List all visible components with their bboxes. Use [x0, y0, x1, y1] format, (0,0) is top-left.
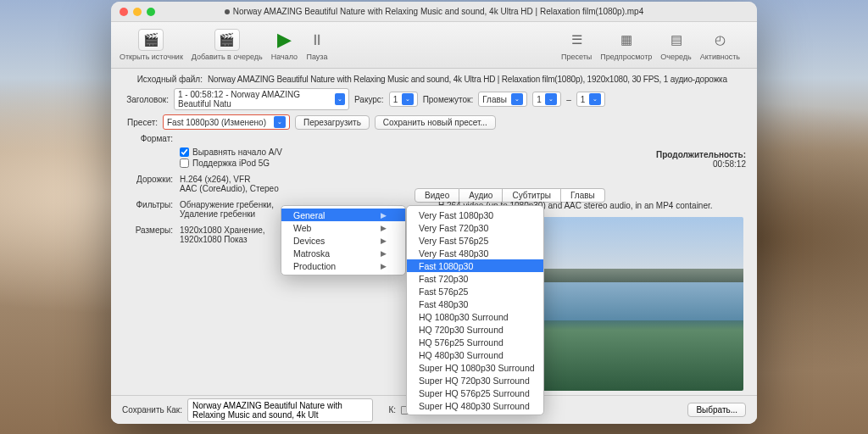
- range-type-select[interactable]: Главы⌄: [478, 92, 527, 107]
- preview-button[interactable]: ▦Предпросмотр: [600, 29, 652, 61]
- preset-item[interactable]: HQ 576p25 Surround: [407, 336, 543, 348]
- menu-item-production[interactable]: Production▶: [281, 259, 405, 272]
- preset-item[interactable]: Fast 576p25: [407, 285, 543, 298]
- activity-button[interactable]: ◴Активность: [700, 29, 740, 61]
- add-queue-button[interactable]: 🎬Добавить в очередь: [192, 29, 263, 61]
- duration-block: Продолжительность: 00:58:12: [656, 150, 746, 169]
- filters-label: Фильтры:: [122, 200, 173, 219]
- preset-item[interactable]: HQ 720p30 Surround: [407, 323, 543, 336]
- preset-item[interactable]: Super HQ 720p30 Surround: [407, 374, 543, 387]
- preset-item[interactable]: Super HQ 480p30 Surround: [407, 399, 543, 412]
- preset-item[interactable]: Super HQ 576p25 Surround: [407, 387, 543, 399]
- source-label: Исходный файл:: [122, 75, 203, 84]
- chevron-down-icon: ⌄: [511, 93, 523, 105]
- preset-item[interactable]: Very Fast 1080p30: [407, 209, 543, 221]
- save-preset-button[interactable]: Сохранить новый пресет...: [375, 115, 496, 130]
- pause-button[interactable]: ⏸Пауза: [306, 29, 328, 61]
- filters-value: Обнаружение гребенки, Удаление гребенки: [180, 200, 292, 219]
- preset-item[interactable]: Fast 720p30: [407, 272, 543, 285]
- tracks-value: H.264 (x264), VFR AAC (CoreAudio), Стере…: [180, 175, 292, 193]
- title-select[interactable]: 1 - 00:58:12 - Norway AMAZING Beautiful …: [174, 88, 349, 110]
- range-separator: –: [566, 95, 571, 104]
- reload-button[interactable]: Перезагрузить: [295, 115, 370, 130]
- range-from-select[interactable]: 1⌄: [532, 92, 561, 107]
- angle-select[interactable]: 1⌄: [389, 92, 418, 107]
- browse-button[interactable]: Выбрать...: [687, 403, 746, 417]
- preset-item[interactable]: Very Fast 720p30: [407, 221, 543, 234]
- window-title: Norway AMAZING Beautiful Nature with Rel…: [111, 7, 757, 16]
- range-label: Промежуток:: [423, 95, 474, 104]
- zoom-icon[interactable]: [147, 8, 155, 16]
- source-value: Norway AMAZING Beautiful Nature with Rel…: [208, 75, 727, 84]
- preset-category-menu: General▶Web▶Devices▶Matroska▶Production▶: [281, 205, 406, 275]
- preset-submenu: Very Fast 1080p30Very Fast 720p30Very Fa…: [406, 205, 544, 415]
- minimize-icon[interactable]: [133, 8, 142, 16]
- chevron-down-icon: ⌄: [274, 116, 286, 128]
- activity-icon: ◴: [709, 29, 731, 51]
- tracks-label: Дорожки:: [122, 175, 173, 193]
- preset-item[interactable]: Fast 1080p30: [407, 259, 543, 272]
- align-av-checkbox[interactable]: Выравнять начало A/V: [180, 147, 292, 157]
- sliders-icon: ☰: [565, 29, 587, 51]
- size-label: Размеры:: [122, 225, 173, 244]
- save-as-field[interactable]: Norway AMAZING Beautiful Nature with Rel…: [187, 398, 373, 422]
- save-as-label: Сохранить Как:: [122, 405, 182, 415]
- eye-icon: ▦: [615, 29, 637, 51]
- preset-label: Пресет:: [122, 118, 158, 127]
- chevron-down-icon: ⌄: [402, 93, 414, 105]
- chevron-down-icon: ⌄: [335, 93, 345, 105]
- title-label: Заголовок:: [122, 95, 169, 104]
- pause-icon: ⏸: [306, 29, 328, 51]
- menu-item-general[interactable]: General▶: [281, 209, 405, 221]
- angle-label: Ракурс:: [354, 95, 384, 104]
- app-window: Norway AMAZING Beautiful Nature with Rel…: [111, 2, 757, 424]
- range-to-select[interactable]: 1⌄: [576, 92, 605, 107]
- play-icon: ▶: [273, 29, 295, 51]
- toolbar: 🎬Открыть источник 🎬Добавить в очередь ▶Н…: [111, 22, 757, 69]
- ipod-checkbox[interactable]: Поддержка iPod 5G: [180, 159, 292, 168]
- stack-icon: ▤: [665, 29, 687, 51]
- preset-item[interactable]: HQ 1080p30 Surround: [407, 310, 543, 323]
- close-icon[interactable]: [120, 8, 128, 16]
- preset-item[interactable]: Very Fast 576p25: [407, 234, 543, 247]
- format-label: Формат:: [122, 134, 173, 143]
- titlebar[interactable]: Norway AMAZING Beautiful Nature with Rel…: [111, 2, 757, 22]
- chevron-down-icon: ⌄: [545, 93, 557, 105]
- size-value: 1920x1080 Хранение, 1920x1080 Показ: [180, 225, 292, 244]
- save-to-label: К:: [388, 405, 396, 415]
- open-source-button[interactable]: 🎬Открыть источник: [120, 29, 183, 61]
- menu-item-web[interactable]: Web▶: [281, 221, 405, 234]
- preset-item[interactable]: HQ 480p30 Surround: [407, 348, 543, 361]
- preset-select[interactable]: Fast 1080p30 (Изменено)⌄: [163, 114, 290, 130]
- menu-item-devices[interactable]: Devices▶: [281, 234, 405, 247]
- preset-item[interactable]: Very Fast 480p30: [407, 247, 543, 259]
- queue-button[interactable]: ▤Очередь: [660, 29, 691, 61]
- window-controls: [120, 8, 155, 16]
- chevron-down-icon: ⌄: [589, 93, 601, 105]
- queue-add-icon: 🎬: [214, 29, 240, 51]
- preset-item[interactable]: Super HQ 1080p30 Surround: [407, 361, 543, 374]
- start-button[interactable]: ▶Начало: [271, 29, 298, 61]
- menu-item-matroska[interactable]: Matroska▶: [281, 247, 405, 259]
- preset-item[interactable]: Fast 480p30: [407, 298, 543, 310]
- presets-button[interactable]: ☰Пресеты: [561, 29, 592, 61]
- film-icon: 🎬: [138, 29, 164, 51]
